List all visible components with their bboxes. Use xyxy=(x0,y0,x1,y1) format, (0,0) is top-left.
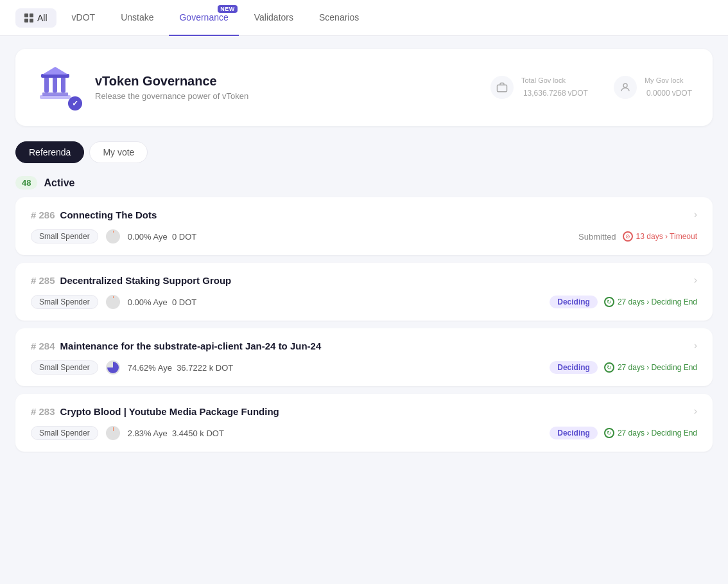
total-gov-lock-value: 13,636.7268vDOT xyxy=(521,85,588,99)
svg-rect-2 xyxy=(44,77,49,93)
tag-small-spender: Small Spender xyxy=(31,360,98,375)
governance-title: vToken Governance xyxy=(95,74,478,89)
vote-text: 0.00% Aye 0 DOT xyxy=(128,232,196,242)
chevron-right-icon: › xyxy=(694,340,697,351)
governance-icon xyxy=(36,64,74,103)
tag-small-spender: Small Spender xyxy=(31,426,98,440)
referendum-284[interactable]: # 284Maintenance for the substrate-api-c… xyxy=(15,328,713,386)
ref-284-title: # 284Maintenance for the substrate-api-c… xyxy=(31,341,321,351)
time-info-green: ↻ 27 days › Deciding End xyxy=(604,428,697,438)
tab-unstake[interactable]: Unstake xyxy=(110,0,164,36)
svg-rect-3 xyxy=(53,77,57,93)
status-submitted: Submitted xyxy=(578,232,616,242)
my-gov-lock-value: 0.0000vDOT xyxy=(645,85,692,99)
grid-icon xyxy=(24,13,33,22)
vote-circle xyxy=(106,426,120,440)
referendum-283[interactable]: # 283Crypto Blood | Youtube Media Packag… xyxy=(15,394,713,452)
referendum-285[interactable]: # 285Decentralized Staking Support Group… xyxy=(15,263,713,321)
sub-tab-row: Referenda My vote xyxy=(15,141,713,163)
status-deciding: Deciding xyxy=(550,361,598,374)
governance-header-card: ✓ vToken Governance Release the governan… xyxy=(15,49,713,126)
vote-circle xyxy=(106,229,120,243)
chevron-right-icon: › xyxy=(694,405,697,417)
deciding-end-icon: ↻ xyxy=(604,362,614,373)
tag-small-spender: Small Spender xyxy=(31,295,98,309)
governance-subtitle: Release the governance power of vToken xyxy=(95,91,478,101)
active-count-badge: 48 xyxy=(15,176,37,190)
vtoken-icon-wrap: ✓ xyxy=(36,64,82,111)
svg-rect-1 xyxy=(42,93,68,96)
ref-283-title: # 283Crypto Blood | Youtube Media Packag… xyxy=(31,406,279,417)
deciding-end-icon: ↻ xyxy=(604,428,614,438)
vote-text: 0.00% Aye 0 DOT xyxy=(128,297,196,307)
all-button[interactable]: All xyxy=(15,8,56,28)
svg-rect-4 xyxy=(61,77,65,93)
all-label: All xyxy=(37,13,48,23)
total-gov-lock-block: Total Gov lock 13,636.7268vDOT xyxy=(490,76,588,99)
tab-validators[interactable]: Validators xyxy=(244,0,304,36)
time-info-green: ↻ 27 days › Deciding End xyxy=(604,362,697,373)
tab-governance[interactable]: Governance NEW xyxy=(169,0,238,36)
section-header: 48 Active xyxy=(15,176,713,190)
ref-285-title: # 285Decentralized Staking Support Group xyxy=(31,275,231,286)
timeout-icon: ⊘ xyxy=(623,231,633,242)
status-deciding: Deciding xyxy=(550,427,598,439)
briefcase-icon xyxy=(490,76,514,99)
tab-referenda[interactable]: Referenda xyxy=(15,141,84,163)
person-icon xyxy=(614,76,637,99)
vote-circle xyxy=(106,360,120,375)
vote-text: 74.62% Aye 36.7222 k DOT xyxy=(128,363,234,373)
ref-286-title: # 286Connecting The Dots xyxy=(31,209,157,220)
tag-small-spender: Small Spender xyxy=(31,229,98,243)
vote-text: 2.83% Aye 3.4450 k DOT xyxy=(128,429,224,438)
new-badge: NEW xyxy=(218,5,238,13)
svg-point-8 xyxy=(623,84,627,87)
svg-rect-7 xyxy=(497,85,507,92)
check-overlay: ✓ xyxy=(68,96,82,111)
status-deciding: Deciding xyxy=(550,296,598,308)
my-gov-lock-label: My Gov lock xyxy=(645,76,692,84)
deciding-end-icon: ↻ xyxy=(604,297,614,307)
header-stats: Total Gov lock 13,636.7268vDOT My Gov lo… xyxy=(490,76,692,99)
tab-scenarios[interactable]: Scenarios xyxy=(309,0,369,36)
svg-marker-6 xyxy=(42,67,68,75)
my-gov-lock-block: My Gov lock 0.0000vDOT xyxy=(614,76,692,99)
main-content: ✓ vToken Governance Release the governan… xyxy=(0,36,728,472)
time-info-red: ⊘ 13 days › Timeout xyxy=(623,231,697,242)
chevron-right-icon: › xyxy=(694,209,697,220)
section-title: Active xyxy=(44,177,74,189)
top-navigation: All vDOT Unstake Governance NEW Validato… xyxy=(0,0,728,36)
referendum-286[interactable]: # 286Connecting The Dots › Small Spender… xyxy=(15,197,713,255)
vote-circle xyxy=(106,295,120,309)
tab-vdot[interactable]: vDOT xyxy=(62,0,106,36)
chevron-right-icon: › xyxy=(694,274,697,286)
tab-my-vote[interactable]: My vote xyxy=(89,141,148,163)
total-gov-lock-label: Total Gov lock xyxy=(521,76,588,84)
header-text: vToken Governance Release the governance… xyxy=(95,74,478,101)
time-info-green: ↻ 27 days › Deciding End xyxy=(604,297,697,307)
